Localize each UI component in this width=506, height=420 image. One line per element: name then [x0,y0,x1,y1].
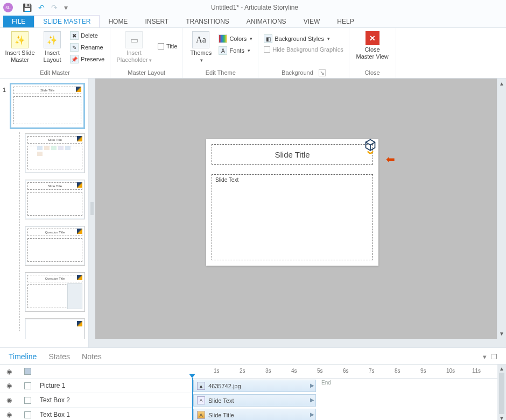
timeline-row[interactable]: ◉Text Box 2 [0,393,192,408]
insert-layout-button[interactable]: ✨ Insert Layout [39,30,66,63]
layout-thumbnail[interactable] [25,318,85,339]
quick-access-toolbar: 💾 ↶ ↷ ▾ [23,3,68,12]
layout-thumbnail[interactable]: Slide Title [25,180,85,219]
slide-canvas[interactable]: Slide Title Slide Text ⬅ [95,79,497,339]
visibility-toggle[interactable]: ◉ [0,382,18,389]
visibility-toggle[interactable]: ◉ [0,396,18,404]
scroll-up-icon[interactable]: ▲ [499,366,504,372]
tab-animations[interactable]: ANIMATIONS [238,16,295,27]
title-checkbox[interactable]: Title [157,42,178,51]
ribbon-tabs: FILE SLIDE MASTER HOME INSERT TRANSITION… [0,15,506,28]
themes-icon: Aa [192,31,209,48]
clip-type-icon: ▲ [197,382,205,390]
splitter[interactable] [89,79,95,339]
object-name: Text Box 2 [37,396,192,404]
visibility-header-icon[interactable]: ◉ [0,368,18,375]
layout-icon: ✨ [44,31,61,48]
timeline-row[interactable]: ◉Picture 1 [0,379,192,393]
ruler-tick: 2s [240,368,245,374]
dialog-launcher-icon[interactable]: ↘ [319,69,326,76]
timeline-ruler[interactable]: 1s2s3s4s5s6s7s8s9s10s11s [192,365,497,379]
body-placeholder[interactable]: Slide Text [212,174,373,260]
timeline-vertical-scrollbar[interactable]: ▲ ▼ [497,365,506,420]
timeline-clip[interactable]: ▲4635742.jpg▶ [193,380,316,392]
tab-timeline[interactable]: Timeline [9,352,37,361]
background-styles-button[interactable]: ◧Background Styles▾ [263,33,344,44]
tab-states[interactable]: States [48,352,70,361]
object-name: Text Box 1 [37,411,192,418]
placeholder-icon: ▭ [125,31,143,48]
master-thumbnail[interactable]: 1 Slide Title [10,83,85,129]
delete-icon: ✖ [70,31,79,40]
themes-button[interactable]: Aa Themes▾ [187,30,214,63]
undo-icon[interactable]: ↶ [38,3,45,12]
logo-icon [77,182,82,188]
tab-notes[interactable]: Notes [82,352,102,361]
logo-icon [361,138,380,156]
qat-more-icon[interactable]: ▾ [64,3,68,12]
colors-icon [219,34,227,43]
ruler-tick: 10s [446,368,455,374]
visibility-toggle[interactable]: ◉ [0,411,18,418]
group-label-master-layout: Master Layout [128,68,165,77]
tab-file[interactable]: FILE [3,16,34,27]
background-styles-icon: ◧ [264,34,272,43]
lock-toggle[interactable] [18,397,37,404]
insert-placeholder-button[interactable]: ▭ Insert Placeholder▾ [115,30,153,63]
insert-slide-master-button[interactable]: ✨ Insert Slide Master [4,30,36,63]
tab-slide-master[interactable]: SLIDE MASTER [34,15,100,27]
lock-toggle[interactable] [18,411,37,418]
group-close: ✕ Close Master View Close [349,28,396,78]
layout-thumbnail[interactable]: Question Title [25,272,85,312]
fonts-button[interactable]: AFonts▾ [217,45,254,56]
workarea: 1 Slide Title Slide TitleSlide TitleQues… [0,79,506,339]
clip-handle-icon[interactable]: ▶ [310,411,314,417]
tab-help[interactable]: HELP [328,16,362,27]
tab-insert[interactable]: INSERT [136,16,177,27]
collapse-panel-icon[interactable]: ▾ [483,353,487,361]
colors-button[interactable]: Colors▾ [217,33,254,44]
tab-transitions[interactable]: TRANSITIONS [177,16,238,27]
close-master-view-button[interactable]: ✕ Close Master View [354,30,391,60]
group-master-layout: ▭ Insert Placeholder▾ Title Master Layou… [110,28,183,78]
title-placeholder[interactable]: Slide Title [212,144,373,165]
rename-button[interactable]: ✎Rename [69,42,106,53]
slide-master-icon: ✨ [11,31,29,48]
tab-view[interactable]: VIEW [295,16,329,27]
redo-icon[interactable]: ↷ [51,3,58,12]
timeline-end-label: End [321,380,331,386]
checkbox-icon [264,46,270,53]
ruler-tick: 9s [420,368,426,374]
group-edit-master: ✨ Insert Slide Master ✨ Insert Layout ✖D… [0,28,110,78]
layout-thumbnail[interactable]: Question Title [25,226,85,266]
timeline-clip[interactable]: ASlide Text▶ [193,394,316,407]
timeline-row[interactable]: ◉Text Box 1 [0,408,192,420]
timeline-tracks[interactable]: 1s2s3s4s5s6s7s8s9s10s11s ▲4635742.jpg▶AS… [192,365,497,420]
playhead-icon[interactable] [189,374,195,378]
preserve-button[interactable]: 📌Preserve [69,54,106,65]
vertical-scrollbar[interactable]: ▲ ▼ [497,79,506,339]
logo-icon [76,87,81,92]
playhead-line [192,378,193,420]
timeline-clip[interactable]: ASlide Title▶ [193,409,316,420]
clip-handle-icon[interactable]: ▶ [310,397,314,403]
scroll-up-icon[interactable]: ▲ [499,79,504,89]
save-icon[interactable]: 💾 [23,3,32,12]
lock-toggle[interactable] [18,382,37,389]
hide-background-checkbox[interactable]: Hide Background Graphics [263,45,344,54]
scroll-down-icon[interactable]: ▼ [499,329,504,339]
horizontal-scrollbar[interactable] [95,339,497,347]
clip-handle-icon[interactable]: ▶ [310,382,314,388]
ruler-tick: 3s [265,368,271,374]
undock-panel-icon[interactable]: ❐ [491,353,497,361]
tab-home[interactable]: HOME [100,16,136,27]
layout-thumbnail[interactable]: Slide Title [25,133,85,173]
logo-icon [77,136,82,141]
slide: Slide Title Slide Text [206,139,378,266]
master-number: 1 [3,87,6,93]
lock-header-icon[interactable] [18,368,37,375]
delete-button[interactable]: ✖Delete [69,30,106,41]
slide-thumbnails-panel: 1 Slide Title Slide TitleSlide TitleQues… [0,79,89,339]
scroll-down-icon[interactable]: ▼ [499,415,504,420]
bottom-tabs: Timeline States Notes ▾ ❐ [0,348,506,364]
